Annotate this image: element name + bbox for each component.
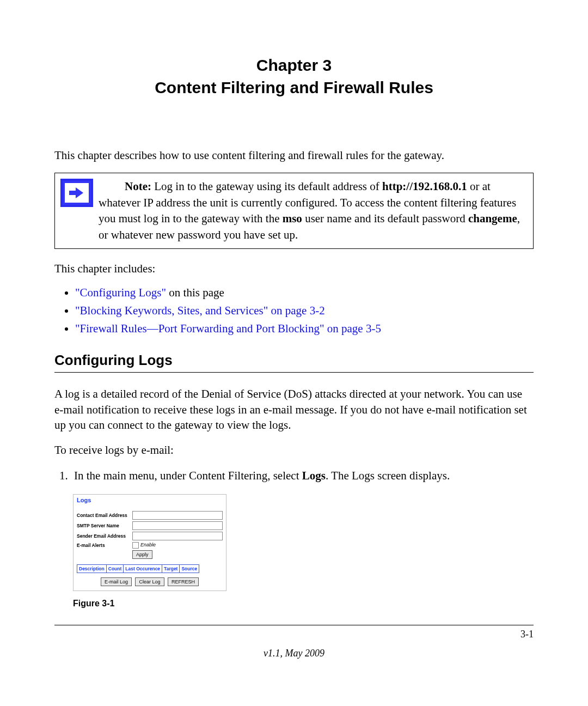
clear-log-button[interactable]: Clear Log xyxy=(135,577,164,586)
step-1-bold: Logs xyxy=(302,469,326,482)
refresh-button[interactable]: REFRESH xyxy=(168,577,199,586)
checkbox-enable[interactable] xyxy=(132,542,139,549)
arrow-right-icon xyxy=(60,179,93,207)
label-enable: Enable xyxy=(140,542,156,547)
steps-list: In the main menu, under Content Filterin… xyxy=(54,468,534,483)
chapter-name: Content Filtering and Firewall Rules xyxy=(54,77,534,99)
figure-caption: Figure 3-1 xyxy=(73,599,534,608)
figure-wrap: Logs Contact Email Address SMTP Server N… xyxy=(73,494,534,591)
logs-panel-title: Logs xyxy=(77,497,223,503)
row-sender: Sender Email Address xyxy=(77,532,223,540)
note-text: Note: Log in to the gateway using its de… xyxy=(99,179,526,243)
input-smtp-server[interactable] xyxy=(132,521,223,530)
chapter-number: Chapter 3 xyxy=(54,54,534,77)
label-contact: Contact Email Address xyxy=(77,513,132,518)
col-description: Description xyxy=(77,564,107,573)
label-smtp: SMTP Server Name xyxy=(77,523,132,528)
toc-list: "Configuring Logs" on this page "Blockin… xyxy=(54,286,534,336)
label-sender: Sender Email Address xyxy=(77,533,132,539)
toc-link-3[interactable]: "Firewall Rules—Port Forwarding and Port… xyxy=(75,322,381,335)
toc-link-2[interactable]: "Blocking Keywords, Sites, and Services"… xyxy=(75,304,325,317)
log-table: Description Count Last Occurence Target … xyxy=(77,564,199,573)
logs-panel: Logs Contact Email Address SMTP Server N… xyxy=(73,494,226,591)
toc-item-1: "Configuring Logs" on this page xyxy=(75,286,534,300)
col-last-occurence: Last Occurence xyxy=(124,564,162,573)
col-source: Source xyxy=(180,564,199,573)
input-sender-email[interactable] xyxy=(132,532,223,540)
toc-rest-1: on this page xyxy=(166,286,224,299)
apply-row: Apply xyxy=(77,550,223,559)
note-seg1: Log in to the gateway using its default … xyxy=(151,180,382,193)
label-alerts: E-mail Alerts xyxy=(77,543,132,548)
page-number: 3-1 xyxy=(520,629,534,640)
includes-text: This chapter includes: xyxy=(54,261,534,276)
toc-item-3: "Firewall Rules—Port Forwarding and Port… xyxy=(75,322,534,336)
row-alerts: E-mail Alerts Enable xyxy=(77,542,223,549)
section-paragraph: A log is a detailed record of the Denial… xyxy=(54,386,534,433)
step-1-pre: In the main menu, under Content Filterin… xyxy=(74,469,302,482)
note-seg3: user name and its default password xyxy=(302,212,468,225)
input-contact-email[interactable] xyxy=(132,511,223,520)
note-icon-wrap xyxy=(60,179,99,243)
note-box: Note: Log in to the gateway using its de… xyxy=(54,173,534,249)
note-label: Note: xyxy=(125,180,151,193)
note-bold-url: http://192.168.0.1 xyxy=(382,180,467,193)
toc-item-2: "Blocking Keywords, Sites, and Services"… xyxy=(75,304,534,318)
intro-paragraph: This chapter describes how to use conten… xyxy=(54,148,534,163)
col-target: Target xyxy=(162,564,180,573)
footer-rule xyxy=(54,625,534,625)
footer-version: v1.1, May 2009 xyxy=(54,648,534,659)
col-count: Count xyxy=(106,564,124,573)
row-smtp: SMTP Server Name xyxy=(77,521,223,530)
button-row: E-mail Log Clear Log REFRESH xyxy=(77,577,223,586)
email-log-button[interactable]: E-mail Log xyxy=(101,577,132,586)
step-1: In the main menu, under Content Filterin… xyxy=(71,468,534,483)
note-bold-user: mso xyxy=(283,212,302,225)
toc-link-1[interactable]: "Configuring Logs" xyxy=(75,286,166,299)
chapter-title: Chapter 3 Content Filtering and Firewall… xyxy=(54,54,534,99)
footer: 3-1 xyxy=(54,629,534,640)
note-bold-pw: changeme xyxy=(468,212,517,225)
page: Chapter 3 Content Filtering and Firewall… xyxy=(0,0,588,681)
receive-paragraph: To receive logs by e-mail: xyxy=(54,442,534,458)
section-heading: Configuring Logs xyxy=(54,352,534,373)
row-contact: Contact Email Address xyxy=(77,511,223,520)
apply-button[interactable]: Apply xyxy=(132,550,152,559)
step-1-post: . The Logs screen displays. xyxy=(326,469,450,482)
